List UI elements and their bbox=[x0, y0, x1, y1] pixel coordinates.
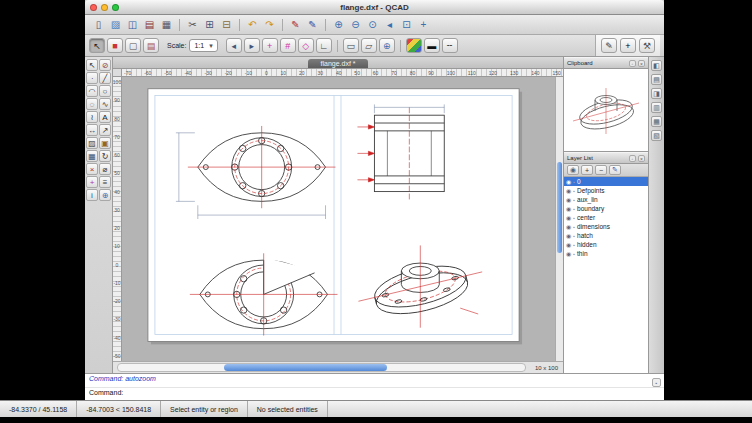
measure-tool[interactable]: ⌀ bbox=[99, 163, 111, 175]
color-swatch-button[interactable] bbox=[406, 38, 422, 53]
magnifier-button[interactable]: ⊕ bbox=[379, 38, 395, 53]
vertical-scrollbar-thumb[interactable] bbox=[557, 162, 562, 253]
layer-visibility-icon[interactable]: ◉ bbox=[566, 241, 571, 248]
panel-close-icon[interactable]: × bbox=[638, 155, 645, 162]
property-editor-toggle[interactable]: ◧ bbox=[651, 60, 662, 71]
zoom-tool[interactable]: ⊕ bbox=[99, 189, 111, 201]
minimize-window-button[interactable] bbox=[101, 4, 108, 11]
linetype-button[interactable]: ╌ bbox=[442, 38, 458, 53]
zoom-window-icon[interactable]: ⊡ bbox=[399, 17, 414, 32]
layer-row[interactable]: ◉▪0 bbox=[564, 177, 648, 186]
layer-visibility-icon[interactable]: ◉ bbox=[566, 223, 571, 230]
auto-zoom-icon[interactable]: ⊙ bbox=[365, 17, 380, 32]
copy-icon[interactable]: ⊞ bbox=[202, 17, 217, 32]
panel-detach-icon[interactable]: ◦ bbox=[629, 155, 636, 162]
layer-lock-icon[interactable]: ▪ bbox=[573, 224, 575, 230]
ellipse-tool[interactable]: ◌ bbox=[86, 98, 98, 110]
dev-tools-button[interactable]: ⚒ bbox=[639, 38, 655, 53]
horizontal-scrollbar[interactable] bbox=[117, 363, 526, 372]
layer-row[interactable]: ◉▪dimensions bbox=[564, 222, 648, 231]
layer-visibility-icon[interactable]: ◉ bbox=[566, 187, 571, 194]
clipboard-panel-header[interactable]: Clipboard ◦ × bbox=[564, 57, 648, 69]
zoom-window-button[interactable] bbox=[112, 4, 119, 11]
command-options-icon[interactable]: ▪ bbox=[652, 378, 661, 387]
zoom-in-icon[interactable]: ⊕ bbox=[331, 17, 346, 32]
zoom-previous-icon[interactable]: ◂ bbox=[382, 17, 397, 32]
undo-icon[interactable]: ↶ bbox=[245, 17, 260, 32]
next-view-button[interactable]: ▸ bbox=[244, 38, 260, 53]
snap-endpoint-button[interactable]: ◇ bbox=[298, 38, 314, 53]
panel-close-icon[interactable]: × bbox=[638, 60, 645, 67]
save-file-icon[interactable]: ◫ bbox=[125, 17, 140, 32]
snap-tool[interactable]: + bbox=[86, 176, 98, 188]
image-tool[interactable]: ▣ bbox=[99, 137, 111, 149]
layer-tool[interactable]: ≡ bbox=[99, 176, 111, 188]
spline-tool[interactable]: ∿ bbox=[99, 98, 111, 110]
layer-lock-icon[interactable]: ▪ bbox=[573, 215, 575, 221]
layer-row[interactable]: ◉▪hidden bbox=[564, 240, 648, 249]
clipboard-panel-toggle[interactable]: ◨ bbox=[651, 88, 662, 99]
iso-mode-button[interactable]: ▱ bbox=[361, 38, 377, 53]
crosshair-tool-button[interactable]: + bbox=[620, 38, 636, 53]
deselect-tool[interactable]: ⊘ bbox=[99, 59, 111, 71]
info-tool[interactable]: i bbox=[86, 189, 98, 201]
layer-visibility-all-button[interactable]: ◉ bbox=[567, 165, 579, 175]
layer-visibility-icon[interactable]: ◉ bbox=[566, 250, 571, 257]
snap-grid-button[interactable]: # bbox=[280, 38, 296, 53]
open-file-icon[interactable]: ▨ bbox=[108, 17, 123, 32]
pan-icon[interactable]: + bbox=[416, 17, 431, 32]
layer-row[interactable]: ◉▪aux_lin bbox=[564, 195, 648, 204]
layer-lock-icon[interactable]: ▪ bbox=[573, 188, 575, 194]
restrict-ortho-button[interactable]: ∟ bbox=[316, 38, 332, 53]
layer-lock-icon[interactable]: ▪ bbox=[573, 233, 575, 239]
drawing-canvas[interactable] bbox=[122, 77, 555, 361]
layer-visibility-icon[interactable]: ◉ bbox=[566, 232, 571, 239]
export-pdf-icon[interactable]: ▤ bbox=[142, 17, 157, 32]
layer-visibility-icon[interactable]: ◉ bbox=[566, 178, 571, 185]
layer-row[interactable]: ◉▪Defpoints bbox=[564, 186, 648, 195]
layer-lock-icon[interactable]: ▪ bbox=[573, 251, 575, 257]
dimension-tool[interactable]: ↔ bbox=[86, 124, 98, 136]
clear-selection-button[interactable]: ■ bbox=[107, 38, 123, 53]
close-window-button[interactable] bbox=[90, 4, 97, 11]
previous-view-button[interactable]: ◂ bbox=[226, 38, 242, 53]
property-pen-icon[interactable]: ✎ bbox=[288, 17, 303, 32]
print-icon[interactable]: ▦ bbox=[159, 17, 174, 32]
redo-icon[interactable]: ↷ bbox=[262, 17, 277, 32]
title-bar[interactable]: flange.dxf - QCAD bbox=[85, 0, 664, 15]
leader-tool[interactable]: ↗ bbox=[99, 124, 111, 136]
layer-row[interactable]: ◉▪hatch bbox=[564, 231, 648, 240]
stamp-button[interactable]: ▤ bbox=[143, 38, 159, 53]
selection-pointer-button[interactable]: ↖ bbox=[89, 38, 105, 53]
command-line-toggle[interactable]: ▧ bbox=[651, 130, 662, 141]
layer-row[interactable]: ◉▪boundary bbox=[564, 204, 648, 213]
layer-remove-button[interactable]: − bbox=[595, 165, 607, 175]
panel-detach-icon[interactable]: ◦ bbox=[629, 60, 636, 67]
line-tool[interactable]: ╱ bbox=[99, 72, 111, 84]
hatch-tool[interactable]: ▨ bbox=[86, 137, 98, 149]
block-tool[interactable]: ▦ bbox=[86, 150, 98, 162]
text-tool[interactable]: A bbox=[99, 111, 111, 123]
layer-panel-header[interactable]: Layer List ◦ × bbox=[564, 152, 648, 164]
new-file-icon[interactable]: ▯ bbox=[91, 17, 106, 32]
paste-icon[interactable]: ⊟ bbox=[219, 17, 234, 32]
edit-pen-icon[interactable]: ✎ bbox=[305, 17, 320, 32]
pencil-tool-button[interactable]: ✎ bbox=[601, 38, 617, 53]
layer-row[interactable]: ◉▪thin bbox=[564, 249, 648, 258]
layer-lock-icon[interactable]: ▪ bbox=[573, 197, 575, 203]
arc-tool[interactable]: ◠ bbox=[86, 85, 98, 97]
delete-tool[interactable]: × bbox=[86, 163, 98, 175]
layer-list-toggle[interactable]: ▥ bbox=[651, 102, 662, 113]
command-input[interactable]: Command: bbox=[85, 388, 664, 401]
polyline-tool[interactable]: ≀ bbox=[86, 111, 98, 123]
library-browser-toggle[interactable]: ▤ bbox=[651, 74, 662, 85]
layer-visibility-icon[interactable]: ◉ bbox=[566, 205, 571, 212]
layer-add-button[interactable]: + bbox=[581, 165, 593, 175]
layer-lock-icon[interactable]: ▪ bbox=[573, 206, 575, 212]
block-list-toggle[interactable]: ▦ bbox=[651, 116, 662, 127]
layer-edit-button[interactable]: ✎ bbox=[609, 165, 621, 175]
layer-visibility-icon[interactable]: ◉ bbox=[566, 214, 571, 221]
layer-visibility-icon[interactable]: ◉ bbox=[566, 196, 571, 203]
horizontal-scrollbar-thumb[interactable] bbox=[224, 364, 387, 371]
snap-free-button[interactable]: + bbox=[262, 38, 278, 53]
